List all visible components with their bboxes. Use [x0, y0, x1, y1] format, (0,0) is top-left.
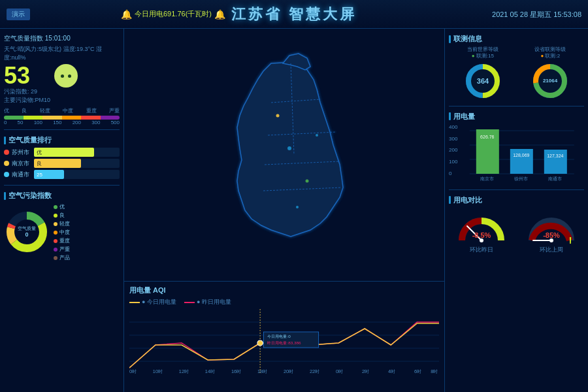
donut-chart: 空气质量 0 [4, 209, 50, 255]
character-head [54, 64, 78, 88]
rank-label-1: 南京市 [12, 159, 31, 168]
aqi-bar-section: 优良轻度中度重度严重 050100150200300500 [4, 107, 120, 125]
ranking-item-2: 南通市 25 [4, 170, 120, 179]
city-dot-xuzhou [276, 114, 280, 118]
legend-dot-product [54, 256, 57, 260]
legend-label-light: 轻度 [59, 220, 70, 227]
city-dot-suzhou [306, 180, 309, 183]
pollution-section: 空气污染指数 空气质量 [4, 191, 120, 387]
bar-chart-svg: 626.76 128,069 127,324 南京市 徐州市 南通市 [460, 124, 584, 183]
legend-dot-moderate [54, 214, 57, 218]
legend-yesterday-label: ● 昨日用电量 [197, 298, 231, 306]
rank-dot-0 [4, 150, 9, 155]
rank-bar-container-1: 良 [34, 159, 120, 168]
ring-label-0: 当前世界等级● 联测:15 [467, 46, 498, 60]
header-power: 🔔 今日用电691.76(千瓦时) 🔔 [121, 9, 225, 20]
svg-text:22时: 22时 [310, 369, 319, 374]
gauge-label-1: 环比上周 [540, 246, 563, 254]
bell-icon-left: 🔔 [121, 9, 132, 20]
eye-right [68, 74, 71, 78]
ranking-item-0: 苏州市 优 [4, 148, 120, 157]
aqi-meta2: 污染指数: 29 [4, 88, 50, 96]
aqi-content: 53 污染指数: 29 主要污染物:PM10 [4, 64, 120, 105]
aqi-header: 空气质量指数 15:01:00 [4, 34, 120, 43]
legend-moderate: 良 [54, 212, 70, 219]
ranking-title: 空气质量排行 [4, 135, 120, 145]
city-dot-other2 [296, 206, 299, 208]
bar-chart-area: 626.76 128,069 127,324 南京市 徐州市 南通市 [460, 124, 584, 184]
gauge-svg-1: -85% [525, 208, 578, 244]
jiangsu-map-svg [193, 50, 376, 259]
legend-label-medium: 中度 [59, 229, 70, 236]
header-tag[interactable]: 演示 [7, 8, 30, 20]
legend-label-heavy: 重度 [59, 237, 70, 244]
svg-text:-8.5%: -8.5% [472, 231, 491, 239]
svg-text:16时: 16时 [231, 369, 241, 374]
legend-line-today [129, 302, 140, 303]
legend-today: ● 今日用电量 [129, 298, 176, 306]
header-left: 演示 [7, 8, 30, 20]
ranking-section: 空气质量排行 苏州市 优 南京市 良 南通市 25 [4, 135, 120, 186]
power-chart-section: 用电量 400 300 200 100 0 [449, 112, 584, 190]
eye-left [61, 74, 64, 78]
svg-text:127,324: 127,324 [547, 154, 564, 158]
svg-text:10时: 10时 [153, 369, 163, 374]
tooltip-today: 今日用电量:0 [267, 334, 291, 338]
svg-text:6时: 6时 [414, 369, 421, 374]
svg-text:0: 0 [25, 231, 28, 238]
legend-dot-good [54, 205, 57, 209]
legend-heavy: 重度 [54, 237, 70, 244]
aqi-section: 空气质量指数 15:01:00 天气:晴(风力:5级东北) 温度:19.3°C … [4, 34, 120, 130]
gauge-svg-0: -8.5% [455, 208, 508, 244]
svg-text:0时: 0时 [336, 369, 343, 374]
legend-medium: 中度 [54, 229, 70, 236]
svg-text:20时: 20时 [284, 369, 293, 374]
ring-svg-0: 364 [463, 61, 502, 101]
ring-label-1: 设省联测等级● 联测:2 [534, 46, 566, 60]
rank-bar-container-0: 优 [34, 148, 120, 157]
chart-area: 用电量 AQI ● 今日用电量 ● 昨日用电量 [124, 281, 444, 392]
bar-y-axis: 400 300 200 100 0 [449, 124, 457, 176]
ring-item-1: 设省联测等级● 联测:2 21064 [531, 46, 570, 101]
compare-section: 用电对比 -8.5% 环比昨 [449, 195, 584, 387]
svg-text:2时: 2时 [362, 369, 369, 374]
rank-dot-2 [4, 172, 9, 177]
legend-dot-severe [54, 248, 57, 252]
rank-bar-0: 优 [34, 148, 94, 157]
svg-text:14时: 14时 [205, 369, 215, 374]
character [54, 64, 78, 88]
gauge-yesterday: -8.5% 环比昨日 [455, 208, 508, 254]
svg-text:0时: 0时 [129, 369, 137, 374]
line-chart-svg: 今日用电量:0 昨日用电量:83,386 0时 10时 12时 14时 16时 … [129, 309, 439, 374]
svg-text:4时: 4时 [388, 369, 395, 374]
aqi-value: 53 [4, 64, 50, 88]
left-panel: 空气质量指数 15:01:00 天气:晴(风力:5级东北) 温度:19.3°C … [0, 29, 124, 392]
rank-bar-1: 良 [34, 159, 81, 168]
legend-yesterday: ● 昨日用电量 [184, 298, 231, 306]
bell-icon-right: 🔔 [214, 9, 225, 20]
donut-legend: 优 良 轻度 中度 重度 [54, 203, 70, 261]
map-area [124, 29, 444, 281]
power-chart-title: 用电量 [449, 112, 584, 122]
ring-item-0: 当前世界等级● 联测:15 364 [463, 46, 502, 101]
legend-dot-heavy [54, 239, 57, 243]
ring-svg-1: 21064 [531, 61, 570, 101]
compare-title: 用电对比 [449, 195, 584, 205]
legend-today-label: ● 今日用电量 [142, 298, 176, 306]
right-panel: 联测信息 当前世界等级● 联测:15 364 设省联测等级● 联测:2 [444, 29, 588, 392]
svg-text:12时: 12时 [179, 369, 189, 374]
chart-legend: ● 今日用电量 ● 昨日用电量 [129, 298, 439, 306]
aqi-meta3: 主要污染物:PM10 [4, 96, 50, 105]
ranking-item-1: 南京市 良 [4, 159, 120, 168]
aqi-bar-nums: 050100150200300500 [4, 120, 120, 125]
connection-title: 联测信息 [449, 34, 584, 44]
legend-label-product: 产品 [59, 254, 70, 261]
svg-text:364: 364 [477, 77, 489, 85]
legend-label-severe: 严重 [59, 246, 70, 253]
center-panel: 用电量 AQI ● 今日用电量 ● 昨日用电量 [124, 29, 444, 392]
legend-good: 优 [54, 203, 70, 210]
rank-bar-2: 25 [34, 170, 64, 179]
gauge-label-0: 环比昨日 [470, 246, 493, 254]
city-dot-nanjing [287, 146, 291, 150]
rank-bar-container-2: 25 [34, 170, 120, 179]
